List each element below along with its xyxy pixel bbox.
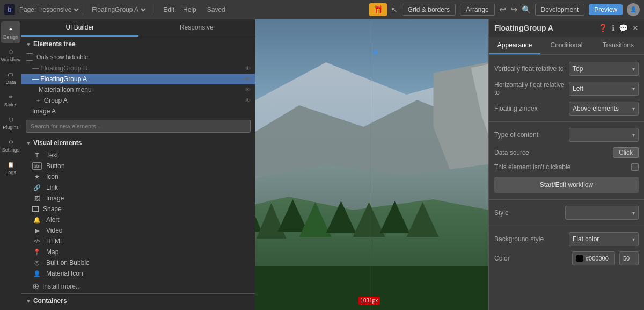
visual-item-video[interactable]: ▶ Video bbox=[21, 225, 255, 236]
type-of-content-label: Type of content bbox=[494, 131, 565, 139]
close-icon[interactable]: ✕ bbox=[632, 24, 639, 32]
visual-item-label: Text bbox=[46, 152, 58, 159]
topbar: b Page: responsive FloatingGroup A Edit … bbox=[0, 0, 644, 19]
background-style-select[interactable]: Flat color ▾ bbox=[569, 232, 639, 246]
data-label: Data bbox=[5, 80, 16, 85]
vertically-float-row: Vertically float relative to Top ▾ bbox=[489, 59, 644, 78]
workflow-button[interactable]: Start/Edit workflow bbox=[494, 177, 639, 193]
visual-item-text[interactable]: T Text bbox=[21, 150, 255, 161]
group-selector[interactable]: FloatingGroup A bbox=[90, 5, 148, 14]
sidebar-icon-settings[interactable]: ⚙ Settings bbox=[1, 134, 20, 156]
tree-item-floatinggroup-b[interactable]: — FloatingGroup B 👁 bbox=[21, 63, 255, 74]
eye-icon-group-a[interactable]: 👁 bbox=[245, 97, 251, 104]
visual-item-icon[interactable]: ★ Icon bbox=[21, 171, 255, 182]
preview-button[interactable]: Preview bbox=[589, 4, 623, 15]
sidebar-icon-workflow[interactable]: ⬡ Workflow bbox=[1, 44, 20, 66]
vertically-float-select[interactable]: Top ▾ bbox=[569, 62, 639, 76]
floating-zindex-select[interactable]: Above elements ▾ bbox=[569, 102, 639, 116]
tab-ui-builder[interactable]: UI Builder bbox=[21, 19, 138, 37]
show-hideable-checkbox[interactable] bbox=[26, 53, 33, 61]
page-selector[interactable]: Page: responsive bbox=[19, 5, 80, 14]
logs-label: Logs bbox=[5, 170, 16, 175]
tab-transitions[interactable]: Transitions bbox=[592, 37, 644, 54]
visual-item-label: HTML bbox=[46, 237, 64, 245]
sidebar-icon-plugins[interactable]: ⬡ Plugins bbox=[1, 112, 20, 133]
visual-item-button[interactable]: btn Button bbox=[21, 161, 255, 171]
tree-collapse-icon[interactable]: ▼ bbox=[26, 41, 31, 47]
color-hex-value: #000000 bbox=[586, 255, 609, 262]
not-clickable-checkbox[interactable] bbox=[631, 163, 639, 171]
main-layout: ✦ Design ⬡ Workflow 🗃 Data ✏ Styles ⬡ Pl… bbox=[0, 19, 644, 310]
type-of-content-select[interactable]: ▾ bbox=[569, 128, 639, 142]
tree-item-label: Group A bbox=[44, 97, 68, 104]
tab-responsive[interactable]: Responsive bbox=[138, 19, 255, 37]
info-icon[interactable]: ℹ bbox=[612, 24, 614, 32]
containers-label: Containers bbox=[33, 297, 67, 305]
visual-elements-header[interactable]: ▼ Visual elements bbox=[21, 136, 255, 150]
tree-item-materialicon-menu[interactable]: MaterialIcon menu 👁 bbox=[21, 84, 255, 95]
visual-item-label: Map bbox=[46, 248, 58, 256]
tree-header-row: ▼ Elements tree bbox=[26, 40, 76, 48]
eye-icon-menu[interactable]: 👁 bbox=[245, 86, 251, 93]
data-source-click[interactable]: Click bbox=[613, 147, 639, 158]
visual-item-alert[interactable]: 🔔 Alert bbox=[21, 214, 255, 225]
menu-edit[interactable]: Edit bbox=[163, 6, 174, 13]
sidebar-icon-logs[interactable]: 📋 Logs bbox=[1, 157, 20, 178]
visual-item-builtonbubble[interactable]: ◎ Built on Bubble bbox=[21, 257, 255, 268]
avatar[interactable]: 👤 bbox=[627, 3, 640, 16]
visual-item-label: Link bbox=[46, 184, 58, 191]
page-select[interactable]: responsive bbox=[38, 5, 80, 14]
gift-button[interactable]: 🎁 bbox=[369, 3, 387, 16]
visual-item-link[interactable]: 🔗 Link bbox=[21, 182, 255, 193]
tree-item-floatinggroup-a[interactable]: — FloatingGroup A 👁 bbox=[21, 74, 255, 84]
visual-item-html[interactable]: </> HTML bbox=[21, 236, 255, 247]
tab-conditional[interactable]: Conditional bbox=[540, 37, 592, 54]
undo-button[interactable]: ↩ bbox=[499, 4, 506, 15]
visual-item-label: Icon bbox=[46, 173, 58, 181]
tab-appearance[interactable]: Appearance bbox=[489, 37, 540, 54]
sidebar-icon-data[interactable]: 🗃 Data bbox=[1, 67, 20, 88]
style-arrow: ▾ bbox=[632, 210, 635, 216]
containers-header[interactable]: ▼ Containers bbox=[21, 293, 255, 308]
visual-elements-label: Visual elements bbox=[33, 139, 82, 147]
visual-item-image[interactable]: 🖼 Image bbox=[21, 193, 255, 204]
style-row: Style ▾ bbox=[489, 203, 644, 222]
menu-help[interactable]: Help bbox=[183, 6, 196, 13]
workflow-label: Workflow bbox=[1, 57, 21, 62]
tree-item-group-a[interactable]: + Group A 👁 bbox=[21, 95, 255, 106]
visual-item-label: Built on Bubble bbox=[46, 259, 90, 266]
eye-icon-b[interactable]: 👁 bbox=[245, 65, 251, 71]
tree-header-label: Elements tree bbox=[33, 40, 76, 48]
visual-item-label: Button bbox=[46, 162, 65, 170]
color-opacity-input[interactable]: 50 bbox=[619, 251, 639, 265]
arrange-button[interactable]: Arrange bbox=[460, 4, 495, 16]
visual-item-materialicon[interactable]: 👤 Material Icon bbox=[21, 268, 255, 279]
sidebar-icon-styles[interactable]: ✏ Styles bbox=[1, 89, 20, 111]
tree-item-image-a[interactable]: Image A bbox=[21, 106, 255, 117]
help-circle-icon[interactable]: ❓ bbox=[598, 24, 608, 32]
canvas-area: 1031px bbox=[255, 19, 488, 310]
floating-zindex-label: Floating zindex bbox=[494, 105, 565, 112]
color-hex-input[interactable]: #000000 bbox=[572, 251, 615, 265]
color-swatch[interactable] bbox=[576, 255, 583, 262]
comment-icon[interactable]: 💬 bbox=[619, 24, 628, 32]
tree-item-label: MaterialIcon menu bbox=[39, 86, 92, 93]
expand-group-a[interactable]: + bbox=[36, 98, 40, 104]
divider-1 bbox=[85, 4, 85, 15]
visual-item-map[interactable]: 📍 Map bbox=[21, 247, 255, 257]
redo-button[interactable]: ↪ bbox=[510, 4, 517, 15]
style-select[interactable]: ▾ bbox=[565, 206, 639, 220]
group-select[interactable]: FloatingGroup A bbox=[90, 5, 148, 14]
eye-icon-a[interactable]: 👁 bbox=[245, 76, 251, 82]
search-button[interactable]: 🔍 bbox=[522, 5, 531, 14]
development-button[interactable]: Development bbox=[535, 4, 585, 16]
horizontally-float-select[interactable]: Left ▾ bbox=[569, 82, 639, 96]
sidebar-icon-design[interactable]: ✦ Design bbox=[1, 21, 20, 43]
grid-borders-button[interactable]: Grid & borders bbox=[402, 4, 456, 16]
sidebar-tabs: UI Builder Responsive bbox=[21, 19, 255, 37]
visual-item-shape[interactable]: Shape bbox=[21, 204, 255, 214]
search-elements-input[interactable] bbox=[26, 120, 251, 133]
panel-title: FloatingGroup A bbox=[494, 24, 553, 32]
install-more-button[interactable]: ⊕ Install more... bbox=[21, 279, 255, 293]
style-label: Style bbox=[494, 209, 561, 217]
